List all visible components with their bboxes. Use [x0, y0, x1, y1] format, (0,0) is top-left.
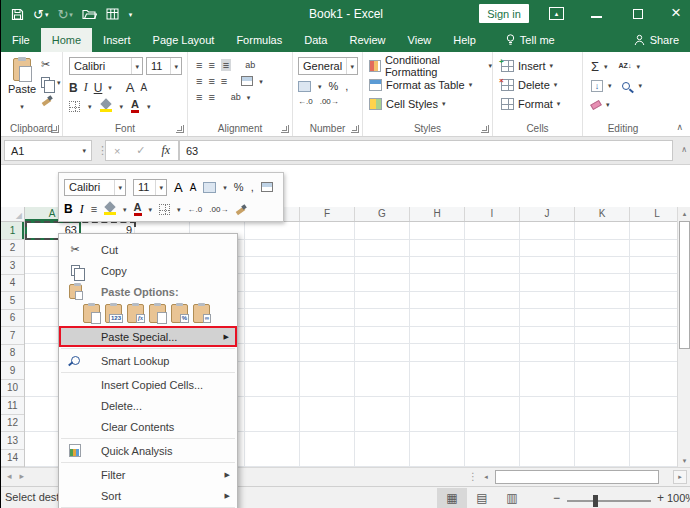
merge-center-button[interactable]	[241, 76, 253, 86]
decrease-decimal-button[interactable]: .00→	[320, 97, 339, 106]
middle-align-button[interactable]: ≡	[208, 59, 214, 71]
zoom-slider-thumb[interactable]	[593, 495, 598, 507]
mini-increase-decimal-button[interactable]: ←.0	[188, 205, 203, 214]
paste-option-formulas-icon[interactable]: fx	[127, 304, 144, 323]
alignment-dialog-launcher-icon[interactable]	[281, 125, 289, 133]
column-header-I[interactable]: I	[465, 207, 520, 221]
customize-qat-icon[interactable]: ▾	[129, 11, 133, 18]
tab-home[interactable]: Home	[41, 28, 92, 52]
delete-cells-button[interactable]: × Delete ▾	[501, 75, 582, 94]
menu-item-filter[interactable]: Filter ▶	[59, 464, 237, 485]
paste-option-values-icon[interactable]: 123	[105, 304, 122, 323]
row-header-3[interactable]: 3	[1, 257, 24, 275]
mini-font-color-button[interactable]: A	[134, 202, 142, 216]
tab-help[interactable]: Help	[442, 28, 487, 52]
mini-accounting-format-button[interactable]	[203, 182, 216, 193]
column-header-F[interactable]: F	[300, 207, 355, 221]
mini-increase-font-button[interactable]: A	[174, 180, 183, 195]
table-icon[interactable]	[106, 8, 119, 20]
tab-insert[interactable]: Insert	[92, 28, 142, 52]
font-size-combo[interactable]: 11▾	[146, 57, 182, 75]
mini-decrease-font-button[interactable]: A	[190, 182, 197, 193]
copy-button[interactable]: ▾	[41, 77, 61, 88]
row-header-9[interactable]: 9	[1, 362, 24, 380]
menu-item-clear-contents[interactable]: Clear Contents	[59, 416, 237, 437]
font-color-button[interactable]: A	[131, 99, 139, 113]
mini-merge-button[interactable]	[261, 182, 273, 192]
format-as-table-button[interactable]: Format as Table ▾	[369, 75, 492, 94]
paste-option-formatting-icon[interactable]: %	[171, 304, 188, 323]
mini-borders-button[interactable]	[159, 204, 170, 215]
mini-font-size-combo[interactable]: 11▾	[133, 179, 167, 196]
decrease-indent-button[interactable]: ≡	[196, 91, 202, 103]
font-name-combo[interactable]: Calibri▾	[69, 57, 143, 75]
expand-formula-bar-icon[interactable]: ∧	[681, 145, 687, 154]
paste-button[interactable]: Paste ▾	[7, 58, 37, 113]
wrap-text-button[interactable]: ab	[231, 92, 241, 102]
align-center-button[interactable]: ≡	[208, 75, 214, 87]
paste-option-transpose-icon[interactable]	[149, 304, 166, 323]
mini-font-name-combo[interactable]: Calibri▾	[64, 179, 126, 196]
increase-decimal-button[interactable]: ←.0	[298, 97, 313, 106]
increase-indent-button[interactable]: ≡	[208, 91, 214, 103]
menu-item-cut[interactable]: ✂ Cut	[59, 239, 237, 260]
zoom-level[interactable]: 100%	[667, 492, 690, 504]
comma-style-button[interactable]: ,	[345, 80, 348, 92]
top-align-button[interactable]: ≡	[196, 59, 202, 71]
cell-styles-button[interactable]: Cell Styles ▾	[369, 94, 492, 113]
row-header-13[interactable]: 13	[1, 432, 24, 450]
paste-option-link-icon[interactable]: ∞	[193, 304, 210, 323]
redo-icon[interactable]: ↻▾	[57, 8, 72, 21]
format-painter-button[interactable]	[41, 95, 52, 106]
align-left-button[interactable]: ≡	[196, 75, 202, 87]
italic-button[interactable]: I	[84, 80, 88, 95]
sign-in-button[interactable]: Sign in	[479, 4, 529, 23]
bold-button[interactable]: B	[69, 81, 78, 95]
find-select-button[interactable]	[622, 82, 630, 90]
percent-style-button[interactable]: %	[329, 80, 339, 92]
mini-bold-button[interactable]: B	[64, 202, 73, 216]
mini-italic-button[interactable]: I	[80, 202, 84, 217]
row-header-10[interactable]: 10	[1, 380, 24, 398]
fill-color-button[interactable]	[100, 100, 112, 112]
clipboard-dialog-launcher-icon[interactable]	[51, 125, 59, 133]
font-dialog-launcher-icon[interactable]	[176, 125, 184, 133]
bottom-align-button[interactable]: ≡	[221, 59, 231, 71]
tab-view[interactable]: View	[397, 28, 443, 52]
page-break-view-button[interactable]: ▥	[497, 488, 527, 508]
insert-function-icon[interactable]: fx	[161, 143, 170, 158]
orientation-button[interactable]: ab	[245, 60, 255, 70]
sheet-nav-arrows[interactable]: ◂▸	[7, 471, 32, 481]
tab-file[interactable]: File	[1, 28, 41, 52]
column-header-G[interactable]: G	[355, 207, 410, 221]
borders-button[interactable]	[69, 101, 80, 112]
row-header-4[interactable]: 4	[1, 275, 24, 293]
vertical-scrollbar[interactable]: ▴ ▾	[677, 207, 690, 467]
hscroll-splitter[interactable]: ⋮	[468, 471, 478, 482]
scroll-right-icon[interactable]: ▸	[673, 470, 687, 484]
normal-view-button[interactable]: ▦	[437, 488, 467, 508]
row-header-12[interactable]: 12	[1, 415, 24, 433]
scroll-down-icon[interactable]: ▾	[678, 454, 690, 467]
horizontal-scrollbar-thumb[interactable]	[495, 470, 659, 484]
open-folder-icon[interactable]	[82, 8, 97, 20]
share-button[interactable]: Share	[622, 28, 690, 52]
page-layout-view-button[interactable]: ▤	[467, 488, 497, 508]
close-button[interactable]: ×	[665, 2, 687, 24]
collapse-ribbon-icon[interactable]: ∧	[676, 122, 683, 132]
paste-option-paste-icon[interactable]	[83, 304, 100, 323]
underline-button[interactable]: U	[94, 81, 103, 95]
row-header-1[interactable]: 1	[1, 222, 24, 240]
format-cells-button[interactable]: Format ▾	[501, 94, 582, 113]
tab-review[interactable]: Review	[338, 28, 396, 52]
number-dialog-launcher-icon[interactable]	[351, 125, 359, 133]
mini-decrease-decimal-button[interactable]: .00→	[209, 205, 228, 214]
clear-button[interactable]	[590, 99, 602, 109]
row-header-6[interactable]: 6	[1, 310, 24, 328]
cut-button[interactable]: ✂	[41, 59, 61, 70]
scroll-left-icon[interactable]: ◂	[479, 470, 493, 484]
tab-formulas[interactable]: Formulas	[225, 28, 293, 52]
save-icon[interactable]	[11, 8, 24, 21]
mini-comma-button[interactable]: ,	[251, 181, 254, 193]
column-header-J[interactable]: J	[520, 207, 575, 221]
